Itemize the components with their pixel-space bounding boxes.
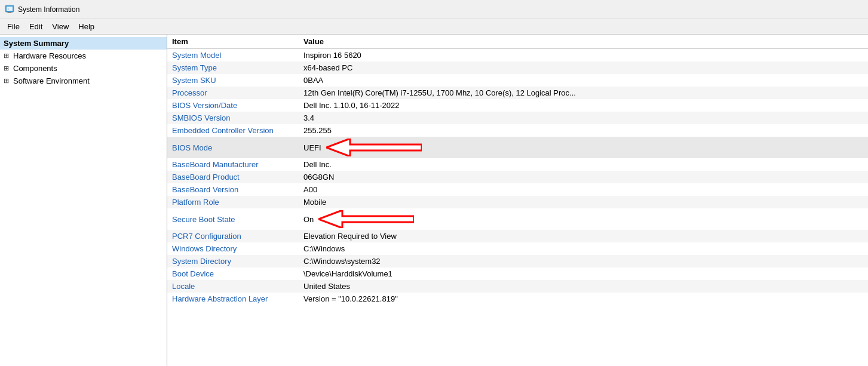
table-row: BaseBoard Product06G8GN [167, 171, 868, 183]
table-cell-item: Locale [167, 280, 299, 293]
menu-view[interactable]: View [47, 21, 73, 32]
table-row: Secure Boot StateOn [167, 208, 868, 230]
table-row: LocaleUnited States [167, 280, 868, 293]
expand-icon-components: ⊞ [4, 64, 11, 72]
table-cell-item: Secure Boot State [167, 208, 299, 230]
table-row: Boot Device\Device\HarddiskVolume1 [167, 267, 868, 280]
expand-icon-hardware: ⊞ [4, 52, 11, 60]
table-row: Processor12th Gen Intel(R) Core(TM) i7-1… [167, 87, 868, 99]
expand-icon-software: ⊞ [4, 77, 11, 85]
table-cell-item: Windows Directory [167, 242, 299, 255]
col-header-value: Value [299, 35, 868, 49]
table-cell-item: System Directory [167, 255, 299, 267]
table-row: System Typex64-based PC [167, 61, 868, 74]
table-cell-item: BaseBoard Product [167, 171, 299, 183]
table-cell-item: Embedded Controller Version [167, 124, 299, 137]
arrow-left-icon [326, 139, 422, 156]
table-cell-item: System Model [167, 49, 299, 62]
left-panel: System Summary ⊞ Hardware Resources ⊞ Co… [0, 35, 167, 366]
table-row: System SKU0BAA [167, 74, 868, 87]
table-cell-value: On [299, 208, 868, 230]
title-bar: i System Information [0, 0, 868, 19]
info-table: Item Value System ModelInspiron 16 5620S… [167, 35, 868, 305]
table-cell-value: Inspiron 16 5620 [299, 49, 868, 62]
sidebar-item-software-environment[interactable]: ⊞ Software Environment [0, 75, 167, 87]
table-cell-item: BIOS Version/Date [167, 99, 299, 112]
table-cell-item: BIOS Mode [167, 137, 299, 158]
table-row: Hardware Abstraction LayerVersion = "10.… [167, 293, 868, 305]
arrow-left-icon [318, 210, 414, 228]
table-cell-value: UEFI [299, 137, 868, 158]
table-row: Windows DirectoryC:\Windows [167, 242, 868, 255]
table-cell-value: 06G8GN [299, 171, 868, 183]
table-cell-value: Dell Inc. 1.10.0, 16-11-2022 [299, 99, 868, 112]
table-cell-value: \Device\HarddiskVolume1 [299, 267, 868, 280]
svg-marker-6 [318, 210, 414, 228]
table-cell-value: 0BAA [299, 74, 868, 87]
table-cell-value: Mobile [299, 196, 868, 208]
table-cell-item: Processor [167, 87, 299, 99]
table-cell-value: Elevation Required to View [299, 230, 868, 242]
svg-rect-3 [7, 13, 13, 13]
table-cell-value: x64-based PC [299, 61, 868, 74]
menu-edit[interactable]: Edit [24, 21, 47, 32]
table-cell-value: C:\Windows\system32 [299, 255, 868, 267]
menu-help[interactable]: Help [73, 21, 99, 32]
table-cell-value: A00 [299, 183, 868, 196]
svg-marker-5 [326, 139, 422, 156]
table-cell-item: SMBIOS Version [167, 112, 299, 124]
table-row: BaseBoard VersionA00 [167, 183, 868, 196]
table-cell-item: Boot Device [167, 267, 299, 280]
table-row: Embedded Controller Version255.255 [167, 124, 868, 137]
table-cell-item: System Type [167, 61, 299, 74]
sidebar-item-hardware-resources[interactable]: ⊞ Hardware Resources [0, 50, 167, 62]
right-panel: Item Value System ModelInspiron 16 5620S… [167, 35, 868, 366]
table-cell-item: System SKU [167, 74, 299, 87]
table-cell-value: Version = "10.0.22621.819" [299, 293, 868, 305]
table-row: SMBIOS Version3.4 [167, 112, 868, 124]
table-cell-item: BaseBoard Version [167, 183, 299, 196]
table-cell-value: C:\Windows [299, 242, 868, 255]
table-cell-value: 255.255 [299, 124, 868, 137]
table-row: BaseBoard ManufacturerDell Inc. [167, 158, 868, 171]
table-cell-value: Dell Inc. [299, 158, 868, 171]
table-cell-value: 3.4 [299, 112, 868, 124]
table-row: System ModelInspiron 16 5620 [167, 49, 868, 62]
col-header-item: Item [167, 35, 299, 49]
table-row: PCR7 ConfigurationElevation Required to … [167, 230, 868, 242]
table-cell-item: Platform Role [167, 196, 299, 208]
table-row: BIOS ModeUEFI [167, 137, 868, 158]
menu-file[interactable]: File [2, 21, 24, 32]
table-cell-item: BaseBoard Manufacturer [167, 158, 299, 171]
sidebar-item-components[interactable]: ⊞ Components [0, 62, 167, 75]
menu-bar: File Edit View Help [0, 19, 868, 35]
table-cell-item: Hardware Abstraction Layer [167, 293, 299, 305]
title-bar-text: System Information [18, 5, 79, 14]
table-cell-value: 12th Gen Intel(R) Core(TM) i7-1255U, 170… [299, 87, 868, 99]
table-row: BIOS Version/DateDell Inc. 1.10.0, 16-11… [167, 99, 868, 112]
table-row: Platform RoleMobile [167, 196, 868, 208]
app-icon: i [5, 5, 14, 14]
table-row: System DirectoryC:\Windows\system32 [167, 255, 868, 267]
table-cell-item: PCR7 Configuration [167, 230, 299, 242]
svg-rect-2 [8, 12, 11, 13]
main-container: System Summary ⊞ Hardware Resources ⊞ Co… [0, 35, 868, 366]
sidebar-item-system-summary[interactable]: System Summary [0, 37, 167, 50]
table-cell-value: United States [299, 280, 868, 293]
